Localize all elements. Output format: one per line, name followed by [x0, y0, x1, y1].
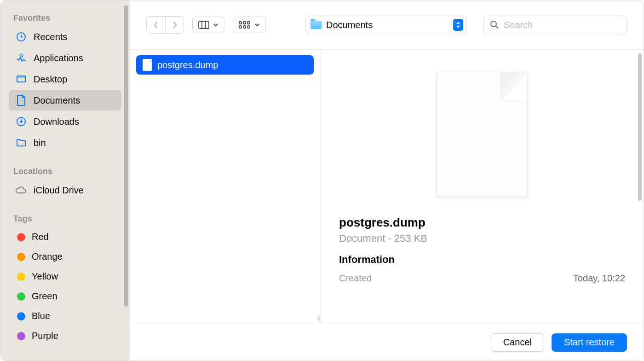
sidebar-item-applications[interactable]: Applications: [9, 48, 121, 68]
preview-kind: Document: [339, 233, 385, 244]
sidebar-tag-blue[interactable]: Blue: [9, 307, 121, 326]
info-row-created: Created Today, 10:22: [339, 273, 625, 284]
forward-button[interactable]: [165, 17, 184, 33]
svg-rect-8: [239, 26, 242, 28]
apps-icon: [15, 52, 27, 64]
sidebar-item-label: bin: [34, 138, 46, 148]
sidebar-item-bin[interactable]: bin: [9, 133, 121, 153]
svg-rect-9: [243, 22, 246, 24]
content-area: postgres.dump || postgres.dump Document …: [130, 50, 644, 324]
location-label: Documents: [326, 20, 448, 30]
sidebar-item-label: Documents: [34, 95, 80, 106]
file-list-column: postgres.dump: [130, 50, 321, 324]
folder-icon: [15, 137, 27, 149]
svg-rect-4: [199, 21, 209, 29]
group-button[interactable]: [233, 17, 266, 33]
sidebar-tag-orange[interactable]: Orange: [9, 247, 121, 266]
sidebar-item-label: iCloud Drive: [34, 185, 84, 196]
document-icon: [143, 59, 152, 71]
search-icon: [490, 20, 499, 29]
red-dot-icon: [17, 233, 25, 241]
tags-heading: Tags: [0, 210, 130, 227]
file-row[interactable]: postgres.dump: [136, 55, 314, 75]
clock-icon: [15, 31, 27, 43]
tag-label: Green: [32, 291, 58, 302]
sidebar-tag-yellow[interactable]: Yellow: [9, 267, 121, 286]
svg-rect-7: [239, 22, 242, 24]
sidebar-item-label: Downloads: [34, 116, 79, 127]
svg-rect-10: [243, 26, 246, 28]
cancel-button[interactable]: Cancel: [491, 333, 544, 352]
location-popup[interactable]: Documents: [305, 16, 466, 34]
tag-label: Red: [32, 232, 49, 242]
search-box[interactable]: [483, 16, 627, 34]
document-icon: [15, 94, 27, 106]
view-columns-button[interactable]: [192, 17, 224, 33]
preview-size: 253 KB: [394, 233, 427, 244]
svg-rect-12: [247, 26, 250, 28]
svg-line-14: [496, 26, 498, 29]
sidebar-tag-purple[interactable]: Purple: [9, 326, 121, 345]
tag-label: Purple: [32, 331, 58, 341]
download-icon: [15, 116, 27, 128]
folder-icon: [310, 21, 322, 29]
chevron-down-icon: [213, 23, 218, 27]
chevron-down-icon: [254, 23, 260, 27]
grid-group-icon: [239, 21, 251, 29]
tag-label: Blue: [32, 311, 50, 321]
column-resize-handle[interactable]: ||: [318, 314, 320, 321]
tag-label: Orange: [32, 251, 63, 262]
svg-rect-11: [247, 22, 250, 24]
search-input[interactable]: [504, 20, 620, 30]
sidebar-scrollbar[interactable]: [124, 5, 128, 307]
info-heading: Information: [339, 254, 625, 266]
yellow-dot-icon: [17, 273, 25, 281]
sidebar-item-downloads[interactable]: Downloads: [9, 111, 121, 132]
preview-subtitle: Document - 253 KB: [339, 233, 625, 245]
purple-dot-icon: [17, 332, 25, 340]
info-value: Today, 10:22: [573, 273, 625, 284]
preview-filename: postgres.dump: [339, 215, 625, 230]
updown-icon: [453, 19, 463, 31]
tag-label: Yellow: [32, 271, 58, 282]
sidebar-item-label: Applications: [34, 53, 83, 64]
sidebar-item-label: Desktop: [34, 74, 67, 85]
sidebar-tag-red[interactable]: Red: [9, 227, 121, 246]
start-restore-button[interactable]: Start restore: [552, 333, 627, 352]
sidebar-item-recents[interactable]: Recents: [9, 27, 121, 47]
blue-dot-icon: [17, 312, 25, 320]
sidebar: Favorites Recents Applications Desktop D…: [0, 0, 130, 361]
sidebar-item-icloud[interactable]: iCloud Drive: [9, 180, 121, 200]
sidebar-tag-green[interactable]: Green: [9, 287, 121, 306]
footer: Cancel Start restore: [130, 324, 644, 361]
sidebar-item-documents[interactable]: Documents: [9, 90, 121, 111]
desktop-icon: [15, 73, 27, 85]
svg-rect-2: [17, 76, 25, 78]
orange-dot-icon: [17, 253, 25, 261]
sidebar-item-label: Recents: [34, 32, 67, 42]
svg-point-13: [491, 21, 496, 27]
file-name: postgres.dump: [157, 60, 218, 70]
main-panel: Documents postgres.dump || postgres.dump: [130, 0, 644, 361]
cloud-icon: [15, 184, 27, 196]
favorites-heading: Favorites: [0, 10, 130, 26]
preview-scrollbar[interactable]: [638, 53, 642, 201]
back-button[interactable]: [147, 17, 165, 33]
columns-icon: [198, 21, 209, 29]
locations-heading: Locations: [0, 163, 130, 179]
info-label: Created: [339, 273, 372, 284]
toolbar: Documents: [130, 0, 644, 49]
green-dot-icon: [17, 292, 25, 301]
preview-pane: || postgres.dump Document - 253 KB Infor…: [321, 50, 644, 324]
sidebar-item-desktop[interactable]: Desktop: [9, 69, 121, 89]
nav-group: [146, 16, 184, 34]
preview-thumbnail: [436, 73, 528, 197]
